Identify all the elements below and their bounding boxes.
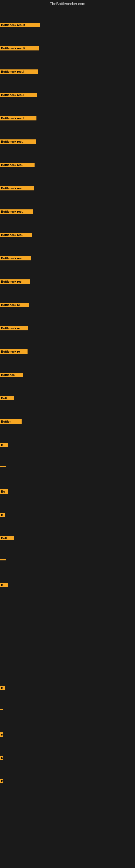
bottleneck-bar-16: Bott — [0, 396, 14, 400]
bottleneck-bar-29: B — [0, 779, 3, 783]
bottleneck-bar-4: Bottleneck resul — [0, 116, 37, 120]
bottleneck-bar-2: Bottleneck resul — [0, 69, 38, 74]
bottleneck-bar-21: B — [0, 513, 5, 517]
bottleneck-bar-1: Bottleneck result — [0, 46, 39, 51]
bottleneck-bar-24: B — [0, 583, 8, 587]
bottleneck-bar-22: Bott — [0, 536, 14, 540]
bottleneck-bar-12: Bottleneck re — [0, 303, 29, 307]
bottleneck-bar-15: Bottlenec — [0, 373, 23, 377]
bottleneck-bar-9: Bottleneck resu — [0, 233, 32, 237]
bottleneck-bar-10: Bottleneck resu — [0, 256, 31, 260]
bottleneck-bar-6: Bottleneck resu — [0, 163, 35, 167]
bottleneck-bar-19 — [0, 466, 6, 467]
bottleneck-bar-25: B — [0, 686, 5, 690]
bottleneck-bar-7: Bottleneck resu — [0, 186, 34, 190]
bottleneck-bar-11: Bottleneck res — [0, 279, 30, 284]
bottleneck-bar-3: Bottleneck resul — [0, 93, 37, 97]
bottleneck-bar-26 — [0, 709, 3, 710]
bottleneck-bar-17: Bottlen — [0, 420, 21, 424]
bottleneck-bar-20: Bo — [0, 489, 8, 494]
bottleneck-bar-27: e — [0, 733, 3, 737]
bottleneck-bar-18: B — [0, 443, 8, 447]
bottleneck-bar-5: Bottleneck resu — [0, 140, 36, 144]
bottleneck-bar-0: Bottleneck result — [0, 23, 40, 27]
bottleneck-bar-13: Bottleneck re — [0, 326, 28, 330]
bottleneck-bar-14: Bottleneck re — [0, 349, 28, 354]
site-title: TheBottlenecker.com — [0, 0, 135, 8]
bottleneck-bar-23 — [0, 559, 6, 560]
bottleneck-bar-8: Bottleneck resu — [0, 209, 33, 214]
bars-container: Bottleneck resultBottleneck resultBottle… — [0, 8, 135, 868]
bottleneck-bar-28: R — [0, 756, 3, 760]
